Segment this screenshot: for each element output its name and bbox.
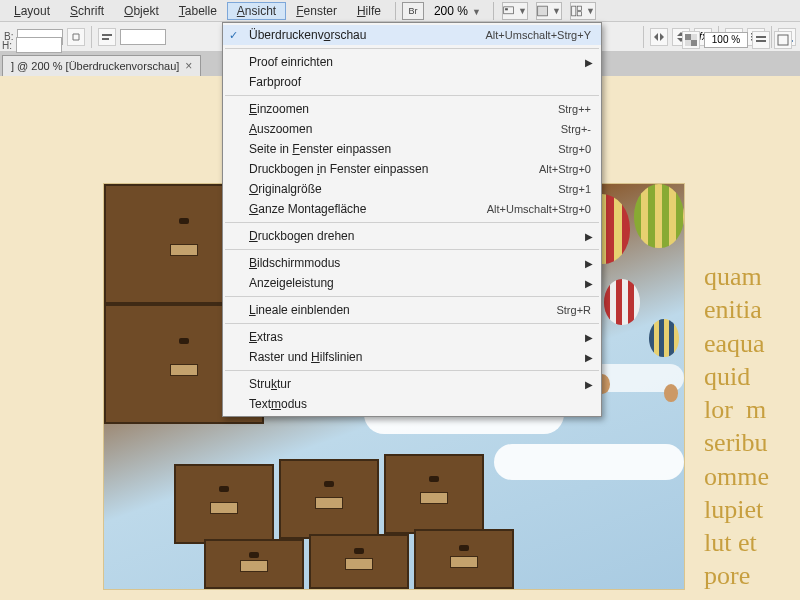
menu-shortcut: Strg+R xyxy=(556,304,591,316)
height-label: H: xyxy=(2,40,12,51)
menu-item-label: Bildschirmmodus xyxy=(249,256,340,270)
bridge-button[interactable]: Br xyxy=(402,2,424,20)
menu-item[interactable]: Extras▶ xyxy=(223,327,601,347)
opacity-icon xyxy=(682,31,700,49)
menu-objekt[interactable]: Objekt xyxy=(114,2,169,20)
svg-rect-3 xyxy=(538,6,548,16)
menu-ansicht[interactable]: Ansicht xyxy=(227,2,286,20)
svg-rect-17 xyxy=(691,40,697,46)
flip-h-icon[interactable] xyxy=(650,28,668,46)
menu-item-label: Proof einrichten xyxy=(249,55,333,69)
zoom-value[interactable]: 200 %▼ xyxy=(430,4,485,18)
menu-item-label: Auszoomen xyxy=(249,122,312,136)
menu-item[interactable]: Struktur▶ xyxy=(223,374,601,394)
submenu-arrow-icon: ▶ xyxy=(585,231,593,242)
style-icon-2[interactable] xyxy=(774,31,792,49)
menu-item-label: Einzoomen xyxy=(249,102,309,116)
submenu-arrow-icon: ▶ xyxy=(585,258,593,269)
menu-item[interactable]: OriginalgrößeStrg+1 xyxy=(223,179,601,199)
height-field[interactable] xyxy=(16,37,62,53)
menu-item[interactable]: ✓ÜberdruckenvorschauAlt+Umschalt+Strg+Y xyxy=(223,25,601,45)
menu-item-label: Seite in Fenster einpassen xyxy=(249,142,391,156)
check-icon: ✓ xyxy=(229,29,238,42)
menubar-sep xyxy=(395,2,396,20)
svg-rect-18 xyxy=(756,36,766,38)
menu-shortcut: Strg++ xyxy=(558,103,591,115)
ansicht-menu: ✓ÜberdruckenvorschauAlt+Umschalt+Strg+YP… xyxy=(222,22,602,417)
menu-item[interactable]: Druckbogen drehen▶ xyxy=(223,226,601,246)
view-options-button[interactable]: ▼ xyxy=(502,2,528,20)
menu-item-label: Lineale einblenden xyxy=(249,303,350,317)
align-icon-1[interactable] xyxy=(98,28,116,46)
menu-item-label: Extras xyxy=(249,330,283,344)
tab-title: ] @ 200 % [Überdruckenvorschau] xyxy=(11,60,179,72)
menu-item-label: Ganze Montagefläche xyxy=(249,202,366,216)
menu-tabelle[interactable]: Tabelle xyxy=(169,2,227,20)
close-tab-icon[interactable]: × xyxy=(185,59,192,73)
svg-rect-5 xyxy=(577,6,581,10)
opacity-field[interactable]: 100 % xyxy=(704,32,748,48)
svg-rect-19 xyxy=(756,40,766,42)
menu-shortcut: Alt+Umschalt+Strg+Y xyxy=(486,29,591,41)
svg-rect-4 xyxy=(572,6,576,16)
menu-shortcut: Alt+Strg+0 xyxy=(539,163,591,175)
document-tab[interactable]: ] @ 200 % [Überdruckenvorschau] × xyxy=(2,55,201,76)
menubar-sep-2 xyxy=(493,2,494,20)
menu-item[interactable]: AuszoomenStrg+- xyxy=(223,119,601,139)
menu-item-label: Druckbogen drehen xyxy=(249,229,354,243)
menu-item-label: Struktur xyxy=(249,377,291,391)
menu-item[interactable]: Textmodus xyxy=(223,394,601,414)
menu-fenster[interactable]: Fenster xyxy=(286,2,347,20)
menu-item[interactable]: Anzeigeleistung▶ xyxy=(223,273,601,293)
menu-item-label: Originalgröße xyxy=(249,182,322,196)
svg-rect-20 xyxy=(778,35,788,45)
menu-item[interactable]: Ganze MontageflächeAlt+Umschalt+Strg+0 xyxy=(223,199,601,219)
menu-hilfe[interactable]: Hilfe xyxy=(347,2,391,20)
menu-item[interactable]: Farbproof xyxy=(223,72,601,92)
menu-item-label: Überdruckenvorschau xyxy=(249,28,366,42)
menubar: LayoutSchriftObjektTabelleAnsichtFenster… xyxy=(0,0,800,22)
menu-item[interactable]: Lineale einblendenStrg+R xyxy=(223,300,601,320)
submenu-arrow-icon: ▶ xyxy=(585,332,593,343)
menu-item[interactable]: EinzoomenStrg++ xyxy=(223,99,601,119)
svg-rect-8 xyxy=(102,38,109,40)
svg-rect-7 xyxy=(102,34,112,36)
style-icon-1[interactable] xyxy=(752,31,770,49)
lorem-text: quam enitia eaqua quid lor m seribu omme… xyxy=(704,260,769,600)
menu-item[interactable]: Druckbogen in Fenster einpassenAlt+Strg+… xyxy=(223,159,601,179)
svg-rect-1 xyxy=(505,8,508,10)
menu-item[interactable]: Seite in Fenster einpassenStrg+0 xyxy=(223,139,601,159)
submenu-arrow-icon: ▶ xyxy=(585,352,593,363)
svg-rect-6 xyxy=(577,11,581,15)
menu-item-label: Anzeigeleistung xyxy=(249,276,334,290)
menu-item[interactable]: Raster und Hilfslinien▶ xyxy=(223,347,601,367)
svg-rect-16 xyxy=(685,34,691,40)
menu-item-label: Druckbogen in Fenster einpassen xyxy=(249,162,428,176)
menu-shortcut: Alt+Umschalt+Strg+0 xyxy=(487,203,591,215)
link-wh-icon[interactable] xyxy=(67,28,85,46)
submenu-arrow-icon: ▶ xyxy=(585,278,593,289)
menu-item-label: Raster und Hilfslinien xyxy=(249,350,362,364)
menu-shortcut: Strg+- xyxy=(561,123,591,135)
menu-layout[interactable]: Layout xyxy=(4,2,60,20)
menu-item-label: Textmodus xyxy=(249,397,307,411)
submenu-arrow-icon: ▶ xyxy=(585,57,593,68)
arrange-button[interactable]: ▼ xyxy=(570,2,596,20)
menu-item-label: Farbproof xyxy=(249,75,301,89)
menu-shortcut: Strg+0 xyxy=(558,143,591,155)
menu-item[interactable]: Bildschirmmodus▶ xyxy=(223,253,601,273)
submenu-arrow-icon: ▶ xyxy=(585,379,593,390)
screen-mode-button[interactable]: ▼ xyxy=(536,2,562,20)
menu-schrift[interactable]: Schrift xyxy=(60,2,114,20)
menu-shortcut: Strg+1 xyxy=(558,183,591,195)
field-2[interactable] xyxy=(120,29,166,45)
menu-item[interactable]: Proof einrichten▶ xyxy=(223,52,601,72)
